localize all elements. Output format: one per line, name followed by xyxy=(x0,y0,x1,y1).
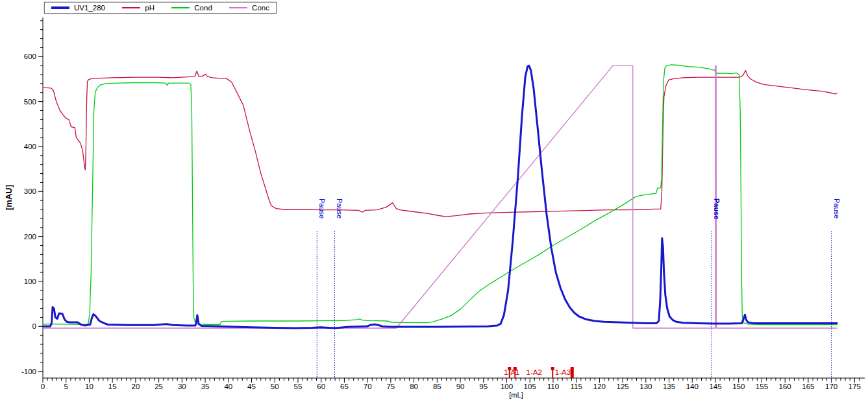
svg-text:105: 105 xyxy=(524,383,536,390)
series-ph xyxy=(43,71,837,217)
svg-text:65: 65 xyxy=(340,383,349,390)
svg-text:90: 90 xyxy=(456,383,465,390)
svg-text:100: 100 xyxy=(501,383,513,390)
legend: UV1_280 pH Cond Conc xyxy=(44,2,277,14)
pause-label: Pause xyxy=(833,198,841,219)
axis-tick-labels: 0510152025303540455055606570758085909510… xyxy=(21,53,861,390)
pause-label: Pause xyxy=(713,198,721,219)
pause-label: Pause xyxy=(318,198,326,219)
legend-item-ph: pH xyxy=(122,4,155,12)
legend-item-conc: Conc xyxy=(229,4,269,12)
x-axis-unit-label: [mL] xyxy=(497,391,536,399)
svg-text:55: 55 xyxy=(294,383,303,390)
svg-text:60: 60 xyxy=(317,383,325,390)
svg-text:165: 165 xyxy=(802,383,814,390)
series-uv1_280 xyxy=(43,65,837,328)
svg-text:50: 50 xyxy=(271,383,279,390)
svg-text:80: 80 xyxy=(410,383,418,390)
legend-label-uv1-280: UV1_280 xyxy=(74,4,105,12)
series-cond xyxy=(43,65,837,325)
svg-text:15: 15 xyxy=(108,383,117,390)
fraction-label: 1-A1 xyxy=(504,368,519,376)
legend-swatch-conc xyxy=(229,7,247,8)
svg-text:0: 0 xyxy=(41,383,45,390)
legend-swatch-uv1-280 xyxy=(51,6,69,9)
svg-text:125: 125 xyxy=(617,383,629,390)
svg-text:75: 75 xyxy=(386,383,395,390)
svg-text:135: 135 xyxy=(663,383,675,390)
svg-text:400: 400 xyxy=(24,143,36,150)
svg-text:160: 160 xyxy=(779,383,791,390)
fraction-label: 1-A3 xyxy=(555,368,571,376)
svg-text:140: 140 xyxy=(686,383,699,390)
svg-text:170: 170 xyxy=(825,383,837,390)
svg-text:95: 95 xyxy=(479,383,488,390)
svg-text:145: 145 xyxy=(709,383,721,390)
svg-text:85: 85 xyxy=(433,383,441,390)
legend-swatch-ph xyxy=(122,7,140,8)
series-curves xyxy=(43,65,837,328)
svg-text:5: 5 xyxy=(64,383,68,390)
svg-text:175: 175 xyxy=(849,383,861,390)
svg-text:150: 150 xyxy=(732,383,745,390)
legend-label-cond: Cond xyxy=(194,4,212,12)
svg-text:40: 40 xyxy=(224,383,232,390)
svg-text:20: 20 xyxy=(131,383,140,390)
svg-text:25: 25 xyxy=(155,383,163,390)
svg-text:30: 30 xyxy=(178,383,186,390)
legend-item-uv1-280: UV1_280 xyxy=(51,4,105,12)
svg-text:130: 130 xyxy=(639,383,652,390)
fraction-marks: 1-A11-A21-A3 xyxy=(504,367,574,378)
pause-marks: PausePausePausePause xyxy=(317,198,840,378)
svg-text:35: 35 xyxy=(201,383,210,390)
svg-text:-100: -100 xyxy=(21,368,36,375)
svg-text:155: 155 xyxy=(756,383,768,390)
y-axis-unit-label: [mAU] xyxy=(4,178,14,217)
series-conc xyxy=(43,65,837,328)
svg-text:200: 200 xyxy=(24,233,36,241)
svg-text:100: 100 xyxy=(24,278,36,285)
svg-text:120: 120 xyxy=(593,383,606,390)
svg-text:600: 600 xyxy=(24,53,36,60)
fraction-label: 1-A2 xyxy=(526,368,541,376)
legend-label-conc: Conc xyxy=(252,4,269,12)
chromatogram-chart: 0510152025303540455055606570758085909510… xyxy=(0,0,868,404)
svg-text:10: 10 xyxy=(85,383,93,390)
svg-text:70: 70 xyxy=(364,383,372,390)
svg-text:0: 0 xyxy=(32,322,36,330)
legend-label-ph: pH xyxy=(145,4,155,12)
pause-label: Pause xyxy=(336,198,343,219)
svg-text:110: 110 xyxy=(547,383,559,390)
plot-area: 0510152025303540455055606570758085909510… xyxy=(0,0,868,404)
svg-text:500: 500 xyxy=(24,98,36,106)
legend-item-cond: Cond xyxy=(171,4,212,12)
legend-swatch-cond xyxy=(171,7,190,8)
svg-text:115: 115 xyxy=(570,383,582,390)
svg-text:45: 45 xyxy=(247,383,256,390)
svg-text:300: 300 xyxy=(24,187,36,195)
